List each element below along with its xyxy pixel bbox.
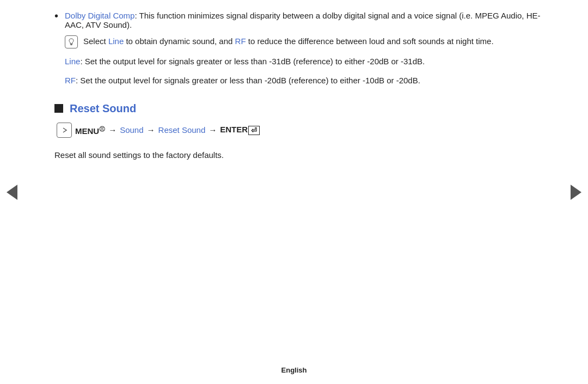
content-area: • Dolby Digital Comp: This function mini…: [54, 11, 544, 161]
enter-icon: ⏎: [248, 126, 260, 135]
reset-sound-description: Reset all sound settings to the factory …: [54, 149, 544, 161]
rf-definition: RF: Set the output level for signals gre…: [65, 74, 544, 87]
note-text: Select Line to obtain dynamic sound, and…: [83, 35, 544, 47]
reset-sound-section: Reset Sound MENU㊂ → Sound → Reset Sound …: [54, 102, 544, 161]
footer-label: English: [281, 366, 307, 374]
svg-rect-1: [71, 45, 72, 45]
menu-path-row: MENU㊂ → Sound → Reset Sound → ENTER⏎: [57, 123, 544, 138]
bullet-content: Dolby Digital Comp: This function minimi…: [65, 11, 544, 87]
page-footer: English: [0, 366, 588, 374]
rf-label: RF: [65, 76, 76, 85]
arrow-3: →: [209, 125, 217, 135]
rf-text: : Set the output level for signals great…: [76, 76, 420, 85]
menu-icon: [57, 123, 72, 138]
svg-rect-0: [70, 44, 72, 45]
path-sound: Sound: [120, 125, 143, 135]
path-reset-sound: Reset Sound: [158, 125, 206, 135]
note-line-link: Line: [108, 36, 124, 46]
note-row: Select Line to obtain dynamic sound, and…: [65, 35, 544, 48]
bullet-section: • Dolby Digital Comp: This function mini…: [54, 11, 544, 87]
note-icon: [65, 35, 78, 48]
page-container: • Dolby Digital Comp: This function mini…: [0, 0, 588, 384]
line-label: Line: [65, 57, 80, 66]
note-rf-link: RF: [235, 36, 246, 46]
arrow-2: →: [147, 125, 155, 135]
dolby-digital-comp-term: Dolby Digital Comp: [65, 11, 134, 20]
note-suffix: to reduce the difference between loud an…: [246, 36, 494, 46]
section-block-icon: [54, 104, 63, 113]
arrow-1: →: [108, 125, 117, 135]
line-text: : Set the output level for signals great…: [80, 57, 425, 66]
heading-row: Reset Sound: [54, 102, 544, 115]
reset-sound-heading: Reset Sound: [70, 102, 136, 115]
line-definition: Line: Set the output level for signals g…: [65, 55, 544, 68]
note-prefix: Select: [83, 36, 108, 46]
note-middle: to obtain dynamic sound, and: [124, 36, 235, 46]
bullet-dot: •: [54, 10, 58, 22]
menu-label: MENU㊂: [75, 125, 105, 136]
enter-label: ENTER⏎: [220, 125, 260, 135]
